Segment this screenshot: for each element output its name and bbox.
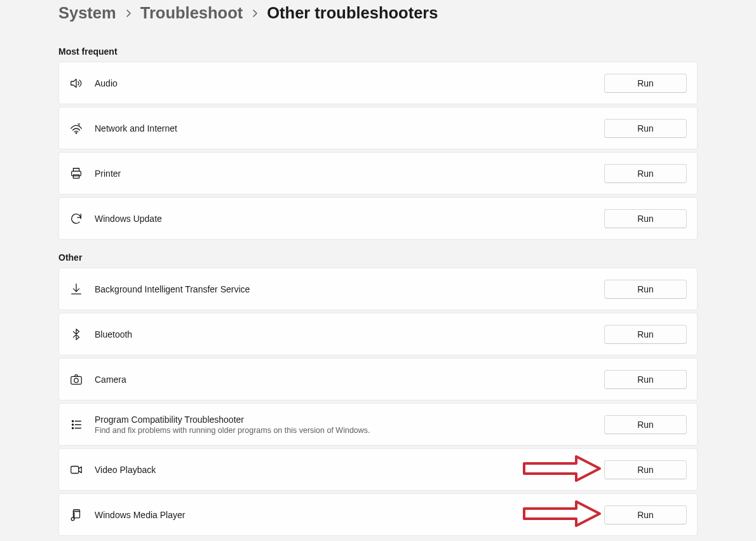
- card-title: Windows Media Player: [95, 510, 604, 520]
- card-title: Windows Update: [95, 214, 604, 224]
- troubleshooter-camera: Camera Run: [58, 358, 698, 401]
- breadcrumb: System Troubleshoot Other troubleshooter…: [58, 0, 698, 34]
- svg-point-8: [72, 427, 73, 428]
- camera-icon: [69, 373, 83, 387]
- media-icon: [69, 508, 83, 522]
- troubleshooter-bits: Background Intelligent Transfer Service …: [58, 268, 698, 310]
- troubleshooter-windows-media-player: Windows Media Player Run: [58, 493, 698, 536]
- svg-point-7: [72, 423, 73, 425]
- card-title: Bluetooth: [95, 329, 604, 339]
- card-title: Camera: [95, 374, 604, 385]
- svg-point-11: [71, 517, 74, 521]
- troubleshooter-bluetooth: Bluetooth Run: [58, 313, 698, 355]
- svg-point-5: [74, 378, 78, 382]
- printer-icon: [69, 167, 83, 181]
- svg-rect-9: [71, 466, 79, 473]
- svg-point-6: [72, 420, 73, 421]
- section-header-most-frequent: Most frequent: [58, 46, 698, 57]
- chevron-right-icon: [125, 10, 132, 17]
- troubleshooter-audio: Audio Run: [58, 62, 698, 104]
- section-header-other: Other: [58, 252, 698, 263]
- svg-rect-1: [73, 168, 79, 171]
- troubleshooter-label: Video Playback: [95, 465, 604, 475]
- run-button[interactable]: Run: [604, 325, 687, 344]
- svg-rect-3: [73, 174, 79, 178]
- run-button[interactable]: Run: [604, 164, 687, 183]
- card-title: Program Compatibility Troubleshooter: [95, 414, 604, 425]
- run-button[interactable]: Run: [604, 415, 687, 434]
- troubleshooter-printer: Printer Run: [58, 152, 698, 195]
- troubleshooter-windows-update: Windows Update Run: [58, 197, 698, 240]
- run-button[interactable]: Run: [604, 209, 687, 228]
- video-icon: [69, 463, 83, 477]
- card-title: Audio: [95, 78, 604, 88]
- troubleshooter-label: Camera: [95, 374, 604, 385]
- bluetooth-icon: [69, 327, 83, 341]
- card-title: Background Intelligent Transfer Service: [95, 284, 604, 294]
- card-title: Printer: [95, 168, 604, 179]
- troubleshooter-label: Background Intelligent Transfer Service: [95, 284, 604, 294]
- svg-point-0: [76, 132, 76, 133]
- troubleshooter-label: Windows Update: [95, 214, 604, 224]
- chevron-right-icon: [252, 10, 258, 17]
- card-desc: Find and fix problems with running older…: [95, 426, 604, 435]
- troubleshooter-label: Printer: [95, 168, 604, 179]
- breadcrumb-current: Other troubleshooters: [267, 4, 438, 22]
- card-title: Network and Internet: [95, 123, 604, 134]
- troubleshooter-label: Windows Media Player: [95, 510, 604, 520]
- troubleshooter-label: Bluetooth: [95, 329, 604, 339]
- breadcrumb-troubleshoot[interactable]: Troubleshoot: [140, 4, 243, 22]
- network-icon: [69, 121, 83, 135]
- compat-icon: [69, 418, 83, 432]
- troubleshooter-label: Network and Internet: [95, 123, 604, 134]
- run-button[interactable]: Run: [604, 460, 687, 479]
- run-button[interactable]: Run: [604, 74, 687, 93]
- breadcrumb-system[interactable]: System: [58, 4, 116, 22]
- troubleshooter-program-compat: Program Compatibility Troubleshooter Fin…: [58, 403, 698, 446]
- audio-icon: [69, 76, 83, 90]
- run-button[interactable]: Run: [604, 370, 687, 389]
- download-icon: [69, 282, 83, 296]
- troubleshooter-label: Audio: [95, 78, 604, 88]
- card-title: Video Playback: [95, 465, 604, 475]
- update-icon: [69, 212, 83, 226]
- troubleshooter-label: Program Compatibility Troubleshooter Fin…: [95, 414, 604, 435]
- svg-rect-4: [71, 376, 82, 384]
- run-button[interactable]: Run: [604, 505, 687, 524]
- troubleshooter-video-playback: Video Playback Run: [58, 448, 698, 491]
- run-button[interactable]: Run: [604, 280, 687, 299]
- troubleshooter-network: Network and Internet Run: [58, 107, 698, 149]
- run-button[interactable]: Run: [604, 119, 687, 138]
